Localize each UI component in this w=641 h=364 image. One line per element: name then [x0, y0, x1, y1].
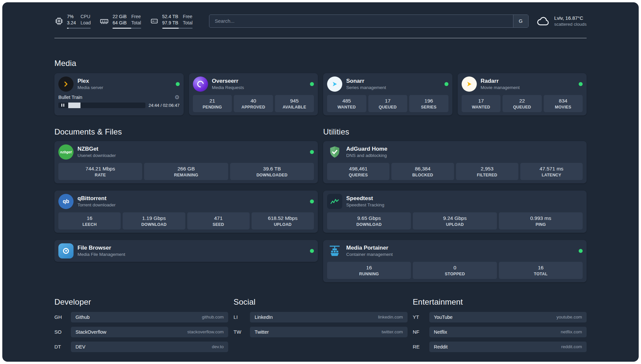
card-plex[interactable]: PlexMedia serverBullet Train⚙24:44 / 02:… [54, 73, 184, 115]
service-name: NZBGet [77, 145, 116, 152]
card-qbittorrent[interactable]: qbqBittorrentTorrent downloader16LEECH1.… [54, 191, 318, 233]
stats-row: 744.21 MbpsRATE266 GBREMAINING39.6 TBDOW… [58, 163, 314, 180]
stat-value: 744.21 Mbps [60, 166, 141, 172]
weather-widget: Lviv, 16.87°C scattered clouds [536, 15, 587, 27]
stats-row: 16RUNNING0STOPPED16TOTAL [327, 262, 583, 279]
card-filebrowser[interactable]: File BrowserMedia File Management [54, 240, 318, 262]
cpu-icon [54, 16, 64, 26]
topbar: 7% 3.24 CPU Load [54, 14, 587, 29]
stat-queries: 498,461QUERIES [327, 163, 389, 180]
section-title-utilities: Utilities [323, 127, 587, 136]
stat-label: TOTAL [500, 272, 581, 276]
stat-label: STOPPED [414, 272, 495, 276]
stat-value: 17 [370, 98, 406, 104]
cpu-label: CPU [80, 14, 91, 20]
bookmark-abbr: RE [413, 344, 429, 349]
bookmark-group-title: Entertainment [413, 297, 587, 307]
stat-label: QUERIES [328, 173, 388, 177]
card-radarr[interactable]: RadarrMovie management17WANTED22QUEUED83… [458, 73, 587, 115]
bookmark-item: SOStackOverflowstackoverflow.com [54, 327, 228, 337]
media-card-grid: PlexMedia serverBullet Train⚙24:44 / 02:… [54, 73, 587, 115]
stat-value: 40 [235, 98, 272, 104]
stat-label: BLOCKED [393, 173, 452, 177]
bookmark-link[interactable]: DEVdev.to [71, 342, 228, 352]
bookmark-item: LILinkedInlinkedin.com [233, 312, 407, 322]
card-header: File BrowserMedia File Management [58, 243, 314, 258]
disk-usage-bar [162, 28, 193, 29]
topbar-divider [54, 38, 587, 38]
filebrowser-icon [58, 243, 74, 258]
bookmark-item: NFNetflixnetflix.com [413, 327, 587, 337]
service-name: Plex [77, 77, 103, 84]
pause-icon[interactable] [61, 104, 64, 107]
stat-value: 471 [189, 215, 248, 221]
section-title-documents: Documents & Files [54, 127, 318, 136]
memory-widget: 22 GiB 64 GiB Free Total [99, 14, 141, 29]
stat-label: UPLOAD [414, 222, 495, 227]
bookmark-group-social: SocialLILinkedInlinkedin.comTWTwittertwi… [233, 297, 407, 352]
service-name: Sonarr [346, 77, 386, 84]
stat-label: PENDING [194, 105, 231, 109]
bookmark-link[interactable]: Redditreddit.com [429, 342, 587, 352]
card-overseerr[interactable]: OverseerrMedia Requests21PENDING40APPROV… [189, 73, 318, 115]
stat-label: DOWNLOAD [328, 222, 410, 227]
stat-value: 86,384 [393, 166, 452, 172]
status-indicator [310, 199, 314, 203]
stat-queued: 22QUEUED [503, 95, 542, 112]
service-subtitle: Movie management [481, 85, 520, 91]
stat-value: 834 [545, 98, 582, 104]
card-nzbget[interactable]: nzbgetNZBGetUsenet downloader744.21 Mbps… [54, 141, 318, 183]
search-provider-button[interactable]: G [513, 15, 528, 27]
stat-value: 1.19 Gbps [124, 215, 184, 221]
stat-label: LEECH [60, 222, 119, 227]
stat-label: MOVIES [545, 105, 582, 109]
disk-total-label: Total [183, 20, 193, 26]
stat-value: 2,953 [457, 166, 517, 172]
stat-latency: 47.571 msLATENCY [520, 163, 583, 180]
card-speedtest[interactable]: SpeedtestSpeedtest Tracking9.65 GbpsDOWN… [323, 191, 587, 233]
bookmark-abbr: NF [413, 329, 429, 335]
status-indicator [310, 249, 314, 253]
status-indicator [444, 82, 448, 86]
gear-icon[interactable]: ⚙ [174, 95, 179, 100]
bookmark-link[interactable]: Githubgithub.com [71, 312, 228, 322]
stat-approved: 40APPROVED [234, 95, 273, 112]
stat-label: WANTED [328, 105, 365, 109]
playback-progress-bar[interactable] [58, 103, 145, 108]
bookmark-link[interactable]: YouTubeyoutube.com [429, 312, 587, 322]
stats-row: 498,461QUERIES86,384BLOCKED2,953FILTERED… [327, 163, 583, 180]
card-adguard[interactable]: AdGuard HomeDNS and adblocking498,461QUE… [323, 141, 587, 183]
stat-label: REMAINING [145, 173, 227, 177]
status-indicator [310, 82, 314, 86]
stat-value: 16 [60, 215, 119, 221]
bookmark-link[interactable]: Twittertwitter.com [250, 327, 407, 337]
stat-running: 16RUNNING [327, 262, 411, 279]
bookmark-link[interactable]: Netflixnetflix.com [429, 327, 587, 337]
bookmark-item: RERedditreddit.com [413, 342, 587, 352]
stat-label: RUNNING [328, 272, 410, 276]
bookmark-group-developer: DeveloperGHGithubgithub.comSOStackOverfl… [54, 297, 228, 352]
card-header: OverseerrMedia Requests [193, 76, 314, 92]
stat-series: 196SERIES [409, 95, 448, 112]
memory-free-label: Free [131, 14, 141, 20]
stat-value: 22 [504, 98, 540, 104]
stat-download: 9.65 GbpsDOWNLOAD [327, 212, 411, 229]
stat-value: 945 [276, 98, 313, 104]
card-sonarr[interactable]: SonarrSeries management485WANTED17QUEUED… [323, 73, 452, 115]
stats-row: 21PENDING40APPROVED945AVAILABLE [193, 95, 314, 112]
bookmark-link[interactable]: LinkedInlinkedin.com [250, 312, 407, 322]
overseerr-icon [193, 76, 208, 92]
cpu-usage-value: 7% [67, 14, 76, 20]
stat-value: 21 [194, 98, 231, 104]
stat-available: 945AVAILABLE [275, 95, 314, 112]
bookmark-url: reddit.com [561, 344, 582, 349]
stat-label: SEED [189, 222, 248, 227]
service-subtitle: Media server [77, 85, 103, 91]
stat-ping: 0.993 msPING [499, 212, 583, 229]
bookmark-link[interactable]: StackOverflowstackoverflow.com [71, 327, 228, 337]
search-input[interactable] [209, 18, 513, 24]
stat-value: 0.993 ms [500, 215, 581, 221]
card-portainer[interactable]: Media PortainerContainer management16RUN… [323, 240, 587, 282]
bookmark-url: dev.to [212, 344, 224, 349]
card-header: qbqBittorrentTorrent downloader [58, 194, 314, 209]
